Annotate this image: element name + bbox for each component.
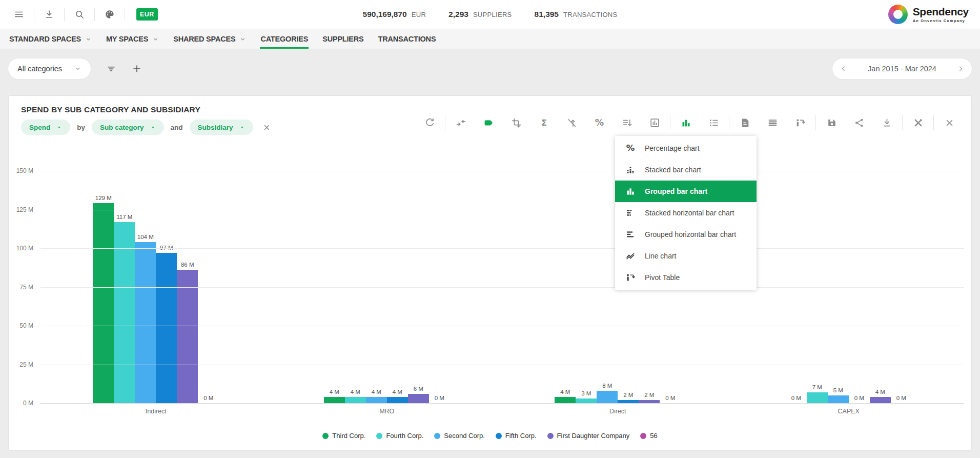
y-axis-tick: 25 M (19, 361, 33, 368)
tab-my-spaces[interactable]: MY SPACES (99, 29, 166, 49)
legend-item-second-corp[interactable]: Second Corp. (434, 432, 485, 440)
remove-dimension-button[interactable] (262, 123, 271, 132)
bar-fourth-corp-capex[interactable] (807, 392, 828, 403)
tab-standard-spaces[interactable]: STANDARD SPACES (2, 29, 99, 49)
bar-fourth-corp-indirect[interactable] (114, 222, 135, 403)
currency-badge[interactable]: EUR (136, 8, 158, 21)
bar-first-daughter-company-mro[interactable] (408, 394, 429, 403)
chip-spend[interactable]: Spend (21, 120, 70, 135)
bar-value-label: 8 M (602, 383, 612, 389)
close-button[interactable] (942, 115, 956, 130)
bar-second-corp-mro[interactable] (366, 397, 387, 403)
tab-shared-spaces[interactable]: SHARED SPACES (166, 29, 253, 49)
bar-third-corp-direct[interactable] (555, 397, 576, 403)
menu-item-line-chart[interactable]: Line chart (615, 245, 757, 267)
stacked-hbar-icon (625, 208, 636, 218)
bar-third-corp-indirect[interactable] (93, 203, 114, 403)
add-widget-button[interactable] (132, 64, 142, 74)
gridline (40, 171, 964, 171)
bar-fourth-corp-mro[interactable] (345, 397, 366, 403)
bar-first-daughter-company-capex[interactable] (870, 397, 891, 403)
y-axis-tick: 50 M (19, 322, 33, 329)
caret-down-icon (150, 125, 156, 130)
kpi-transactions: 81,395TRANSACTIONS (535, 10, 618, 19)
legend-item-fifth-corp[interactable]: Fifth Corp. (496, 432, 537, 440)
bar-second-corp-direct[interactable] (597, 391, 618, 403)
menu-item-grouped-bar-chart[interactable]: Grouped bar chart (615, 181, 757, 202)
filter-icon[interactable] (106, 64, 116, 74)
menu-item-pivot-table[interactable]: Pivot Table (615, 267, 757, 288)
palette-button[interactable] (95, 9, 125, 19)
chevron-down-icon (85, 36, 92, 43)
bar-value-label: 4 M (560, 389, 570, 395)
bar-first-daughter-company-indirect[interactable] (177, 270, 198, 403)
legend-dot-icon (547, 433, 554, 439)
pivot-button[interactable] (793, 115, 807, 130)
chevron-right-icon[interactable] (957, 65, 964, 72)
logo-tagline: An Onventis Company (913, 18, 969, 23)
chip-subsidiary[interactable]: Subsidiary (190, 120, 253, 135)
legend-item-first-daughter-company[interactable]: First Daughter Company (547, 432, 630, 440)
bar-value-label: 2 M (623, 392, 633, 398)
legend-item-third-corp[interactable]: Third Corp. (322, 432, 365, 440)
legend-label: 56 (650, 432, 657, 440)
bar-fifth-corp-mro[interactable] (387, 397, 408, 403)
divider (729, 115, 729, 130)
menu-item-label: Pivot Table (645, 273, 680, 282)
grouped-hbar-icon (625, 229, 636, 240)
download-button[interactable] (880, 115, 894, 130)
no-sort-button[interactable] (564, 115, 579, 130)
download-button[interactable] (34, 9, 64, 19)
tab-categories[interactable]: CATEGORIES (253, 29, 315, 49)
hamburger-button[interactable] (4, 9, 34, 19)
chip-sub-category[interactable]: Sub category (92, 120, 164, 135)
sigma-button[interactable]: Σ (537, 115, 551, 130)
category-select[interactable]: All categories (8, 58, 91, 79)
menu-item-stacked-horizontal-bar-chart[interactable]: Stacked horizontal bar chart (615, 202, 757, 224)
pivot-icon (795, 117, 806, 128)
legend-item-fourth-corp[interactable]: Fourth Corp. (376, 432, 423, 440)
percent-button[interactable]: % (592, 115, 606, 130)
hamburger-icon (14, 9, 24, 19)
search-button[interactable] (65, 9, 94, 19)
kpi-value: 2,293 (448, 10, 468, 19)
bar-second-corp-capex[interactable] (828, 395, 849, 403)
share-button[interactable] (852, 115, 866, 130)
bar-fifth-corp-indirect[interactable] (156, 253, 177, 403)
crop-button[interactable] (509, 115, 523, 130)
merge-arrows-button[interactable] (454, 115, 468, 130)
legend-item-56[interactable]: 56 (640, 432, 657, 440)
save-button[interactable] (824, 115, 839, 130)
logo-name: Spendency (913, 6, 969, 17)
legend-label: Fourth Corp. (386, 432, 423, 440)
file-button[interactable] (738, 115, 752, 130)
bar-value-label: 4 M (372, 389, 381, 395)
bar-value-label: 0 M (665, 395, 675, 401)
sort-desc-button[interactable] (620, 115, 634, 130)
chart-box-button[interactable] (647, 115, 662, 130)
legend-label: Third Corp. (332, 432, 365, 440)
date-range-picker[interactable]: Jan 2015 - Mar 2024 (832, 58, 972, 79)
menu-item-stacked-bar-chart[interactable]: Stacked bar chart (615, 159, 757, 181)
tools-button[interactable] (911, 115, 925, 130)
menu-item-grouped-horizontal-bar-chart[interactable]: Grouped horizontal bar chart (615, 224, 757, 245)
x-axis-label-capex: CAPEX (838, 408, 860, 415)
chevron-left-icon[interactable] (840, 65, 847, 72)
menu-item-percentage-chart[interactable]: %Percentage chart (615, 137, 757, 159)
tab-transactions[interactable]: TRANSACTIONS (371, 29, 443, 49)
svg-text:Σ: Σ (541, 117, 546, 127)
kpi-eur: 590,169,870EUR (363, 10, 426, 19)
menu-item-label: Line chart (645, 252, 676, 260)
list-button[interactable] (706, 115, 721, 130)
rows-button[interactable] (765, 115, 780, 130)
bar-chart-button[interactable] (679, 115, 693, 130)
bar-third-corp-mro[interactable] (324, 397, 345, 403)
bar-fourth-corp-direct[interactable] (576, 399, 597, 403)
refresh-button[interactable] (422, 115, 437, 130)
conjunction-label: by (77, 124, 85, 131)
gridline (40, 248, 964, 249)
bar-second-corp-indirect[interactable] (135, 242, 156, 403)
tag-button[interactable] (481, 115, 496, 130)
tab-suppliers[interactable]: SUPPLIERS (315, 29, 371, 49)
chip-label: Spend (29, 124, 50, 131)
